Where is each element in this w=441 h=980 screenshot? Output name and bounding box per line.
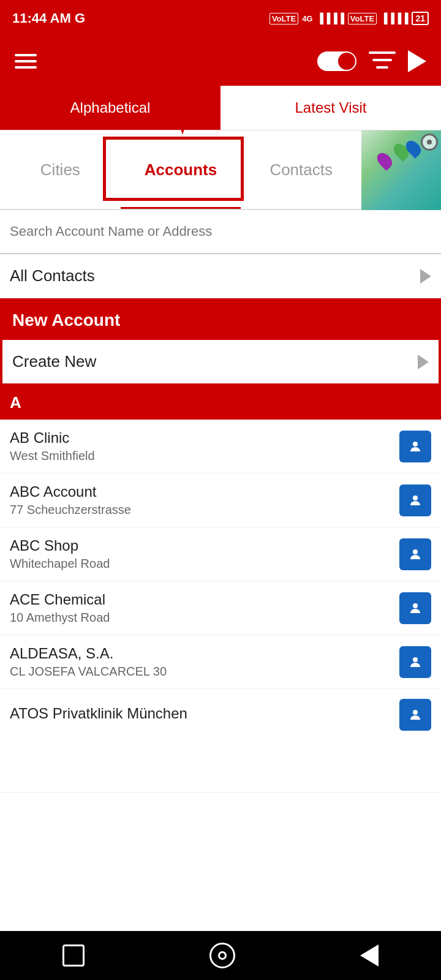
new-account-section: New Account Create New [0,298,441,386]
status-icons: VoLTE 4G ▐▐▐▐ VoLTE ▐▐▐▐ 21 [270,12,429,25]
accounts-list: AB Clinic West Smithfield ABC Account 77… [0,420,441,793]
list-item[interactable]: ACE Chemical 10 Amethyst Road [0,581,441,635]
list-item-content: ALDEASA, S.A. CL JOSEFA VALCARCEL 30 [10,645,167,679]
battery-icon: 21 [412,12,429,25]
sub-tabs: Cities Accounts Contacts [0,130,361,210]
list-item-content: ACE Chemical 10 Amethyst Road [10,591,110,625]
list-item[interactable]: AB Clinic West Smithfield [0,420,441,473]
folder-contact-icon [399,699,431,731]
new-account-header: New Account [2,301,439,340]
svg-point-5 [413,549,418,554]
account-address: Whitechapel Road [10,557,110,571]
person-icon [407,706,424,723]
signal-bars-icon: ▐▐▐▐ [316,13,344,24]
account-name: ATOS Privatklinik München [10,705,187,722]
list-item-content: ATOS Privatklinik München [10,705,187,725]
folder-contact-icon [399,431,431,462]
create-new-label: Create New [12,352,96,371]
volte2-icon: VoLTE [348,13,377,24]
all-contacts-label: All Contacts [10,266,95,285]
nav-home-button[interactable] [209,943,235,968]
toolbar [0,37,441,86]
list-item[interactable]: ABC Shop Whitechapel Road [0,527,441,581]
section-header-a: A [0,386,441,420]
filter-icon[interactable] [369,49,396,74]
account-name: ABC Account [10,483,131,500]
back-icon [360,944,379,967]
map-preview [361,130,441,210]
folder-contact-icon [399,646,431,678]
arrow-indicator [165,80,200,135]
account-name: ALDEASA, S.A. [10,645,167,662]
svg-point-4 [413,496,418,500]
tab-latest-visit[interactable]: Latest Visit [221,86,441,130]
list-item-content: AB Clinic West Smithfield [10,429,95,463]
home-icon [209,943,235,968]
account-name: ACE Chemical [10,591,110,608]
sub-tab-cities[interactable]: Cities [0,130,121,209]
search-input[interactable] [10,216,431,247]
nav-bar [0,931,441,980]
list-item-content: ABC Shop Whitechapel Road [10,537,110,571]
volte-icon: VoLTE [270,13,298,24]
person-icon [407,546,424,563]
person-icon [407,438,424,455]
create-new-row[interactable]: Create New [2,340,439,383]
account-name: AB Clinic [10,429,95,447]
person-icon [407,600,424,617]
folder-contact-icon [399,484,431,516]
play-button[interactable] [408,50,426,72]
svg-point-3 [413,442,418,447]
status-time: 11:44 AM G [12,10,85,26]
person-icon [407,492,424,509]
list-item[interactable]: ATOS Privatklinik München [0,689,441,793]
sub-tab-contacts[interactable]: Contacts [241,130,361,209]
svg-point-6 [413,603,418,608]
sub-tabs-container: Cities Accounts Contacts [0,130,441,210]
signal-4g-icon: 4G [302,14,312,23]
nav-back-button[interactable] [360,944,379,967]
list-item-content: ABC Account 77 Scheuchzerstrasse [10,483,131,517]
svg-point-8 [413,710,418,715]
folder-contact-icon [399,592,431,624]
person-icon [407,654,424,671]
list-item[interactable]: ALDEASA, S.A. CL JOSEFA VALCARCEL 30 [0,635,441,689]
svg-point-7 [413,657,418,662]
status-bar: 11:44 AM G VoLTE 4G ▐▐▐▐ VoLTE ▐▐▐▐ 21 [0,0,441,37]
all-contacts-row[interactable]: All Contacts [0,254,441,298]
hamburger-menu[interactable] [15,54,37,69]
search-bar [0,210,441,254]
create-new-chevron-icon [418,355,429,369]
list-item[interactable]: ABC Account 77 Scheuchzerstrasse [0,473,441,527]
recent-apps-icon [62,944,85,967]
account-address: West Smithfield [10,449,95,463]
folder-contact-icon [399,538,431,570]
nav-recent-apps-button[interactable] [62,944,85,967]
account-address: CL JOSEFA VALCARCEL 30 [10,665,167,679]
toggle-switch[interactable] [317,51,356,71]
account-name: ABC Shop [10,537,110,554]
signal-bars2-icon: ▐▐▐▐ [380,13,408,24]
sub-tab-accounts[interactable]: Accounts [121,130,241,209]
account-address: 10 Amethyst Road [10,611,110,625]
map-pin-purple [374,150,395,171]
account-address: 77 Scheuchzerstrasse [10,503,131,517]
chevron-right-icon [420,269,431,284]
location-icon [421,134,438,151]
main-tabs: Alphabetical Latest Visit [0,86,441,130]
